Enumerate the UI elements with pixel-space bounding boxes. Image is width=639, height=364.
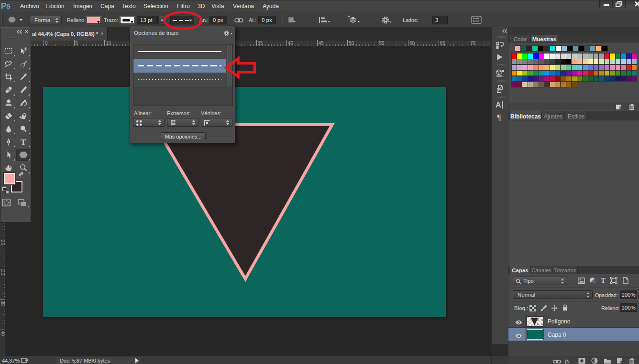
swatch[interactable] [616, 54, 621, 59]
swatch[interactable] [561, 65, 566, 70]
paint-bucket-tool[interactable] [16, 110, 30, 122]
zoom-level[interactable]: 44,37% [2, 358, 20, 364]
eraser-tool[interactable] [1, 110, 15, 122]
swatch[interactable] [544, 71, 550, 76]
stroke-width-field[interactable]: 13 pt [137, 16, 158, 24]
tools-grip[interactable] [7, 37, 20, 39]
swatch[interactable] [544, 59, 550, 64]
swatch[interactable] [577, 71, 583, 76]
recent-swatch[interactable] [579, 46, 584, 51]
path-selection-tool[interactable] [1, 149, 15, 161]
character-panel-icon[interactable]: A [496, 101, 504, 111]
add-mask-icon[interactable] [578, 357, 585, 364]
healing-brush-tool[interactable] [1, 84, 15, 96]
swatch[interactable] [599, 71, 604, 76]
swatch[interactable] [528, 65, 533, 70]
swatch[interactable] [583, 71, 588, 76]
swatch[interactable] [555, 65, 561, 70]
swatch[interactable] [555, 82, 561, 87]
swatch[interactable] [544, 76, 550, 82]
swatch[interactable] [572, 65, 577, 70]
canvas[interactable] [43, 87, 446, 317]
swatch[interactable] [627, 54, 632, 59]
tab-bibliotecas[interactable]: Bibliotecas [510, 111, 542, 120]
swatch[interactable] [599, 54, 604, 59]
menu-capa[interactable]: Capa [100, 3, 114, 10]
caps-select[interactable] [167, 118, 198, 127]
document-tab[interactable]: al 44,4% (Capa 0, RGB/8) * × [19, 27, 108, 41]
swatch[interactable] [566, 59, 572, 64]
layer-visibility-eye-icon[interactable] [515, 318, 522, 327]
swatch[interactable] [522, 71, 528, 76]
history-brush-tool[interactable] [16, 97, 30, 109]
menu-archivo[interactable]: Archivo [20, 3, 39, 10]
link-icon[interactable] [234, 18, 243, 22]
stroke-h-field[interactable]: 0 px [258, 16, 276, 24]
swatch[interactable] [555, 71, 561, 76]
move-tool[interactable] [16, 45, 30, 57]
swap-colors-icon[interactable] [18, 171, 24, 177]
doc-info[interactable]: Doc: 5,87 MB/0 bytes [55, 357, 141, 364]
swatch[interactable] [517, 82, 522, 87]
swatch[interactable] [632, 76, 637, 82]
swatch[interactable] [517, 65, 522, 70]
swatch[interactable] [555, 59, 561, 64]
menu-edición[interactable]: Edición [45, 3, 64, 10]
swatch[interactable] [627, 65, 632, 70]
swatch[interactable] [610, 65, 615, 70]
swatch[interactable] [594, 71, 599, 76]
tab-muestras[interactable]: Muestras [531, 35, 558, 42]
history-panel-icon[interactable] [496, 42, 504, 52]
recent-swatch[interactable] [532, 46, 538, 51]
tab-estilos[interactable]: Estilos [565, 111, 588, 120]
swatch[interactable] [522, 54, 528, 59]
lasso-tool[interactable] [1, 58, 15, 70]
lock-pixels-icon[interactable] [540, 305, 548, 313]
swatch[interactable] [577, 65, 583, 70]
menu-texto[interactable]: Texto [122, 3, 136, 10]
swatch[interactable] [539, 71, 544, 76]
swatch[interactable] [572, 71, 577, 76]
close-button[interactable] [626, 0, 639, 8]
swatch[interactable] [594, 54, 599, 59]
recent-swatch[interactable] [584, 46, 590, 51]
swatch[interactable] [533, 76, 539, 82]
workspace-icon[interactable] [471, 16, 482, 24]
new-layer-icon[interactable] [617, 357, 623, 364]
swatch[interactable] [512, 71, 517, 76]
swatch[interactable] [528, 71, 533, 76]
panel-grip[interactable] [495, 36, 506, 38]
tab-ajustes[interactable]: Ajustes [542, 111, 565, 120]
clone-stamp-tool[interactable] [1, 97, 15, 109]
stroke-style-dotted[interactable] [133, 73, 226, 87]
swatch[interactable] [583, 59, 588, 64]
gear-icon[interactable] [381, 16, 390, 24]
swatch[interactable] [566, 76, 572, 82]
quick-selection-tool[interactable] [16, 58, 30, 70]
collapse-panels-icon[interactable] [502, 29, 507, 33]
align-select[interactable] [133, 118, 165, 127]
filter-adjustment-layers-icon[interactable] [589, 277, 596, 286]
swatch[interactable] [632, 71, 637, 76]
swatch[interactable] [572, 54, 577, 59]
swatch[interactable] [528, 82, 533, 87]
blur-tool[interactable] [1, 123, 15, 135]
menu-ayuda[interactable]: Ayuda [263, 3, 279, 10]
swatch[interactable] [550, 76, 555, 82]
lock-transparency-icon[interactable] [529, 305, 536, 313]
recent-swatch[interactable] [521, 46, 526, 51]
recent-swatch[interactable] [515, 46, 520, 51]
recent-swatch[interactable] [544, 46, 550, 51]
dodge-tool[interactable] [16, 123, 30, 135]
recent-swatch[interactable] [590, 46, 595, 51]
hand-tool[interactable] [1, 162, 15, 174]
trash-icon[interactable] [629, 104, 635, 110]
swatch[interactable] [605, 59, 610, 64]
document-tab-close[interactable]: × [101, 31, 104, 36]
lock-position-icon[interactable] [551, 305, 558, 313]
swatch[interactable] [577, 59, 583, 64]
swatch[interactable] [599, 59, 604, 64]
more-options-button[interactable]: Más opciones... [161, 132, 206, 140]
stroke-w-field[interactable]: 0 px [209, 16, 227, 24]
swatch[interactable] [616, 59, 621, 64]
